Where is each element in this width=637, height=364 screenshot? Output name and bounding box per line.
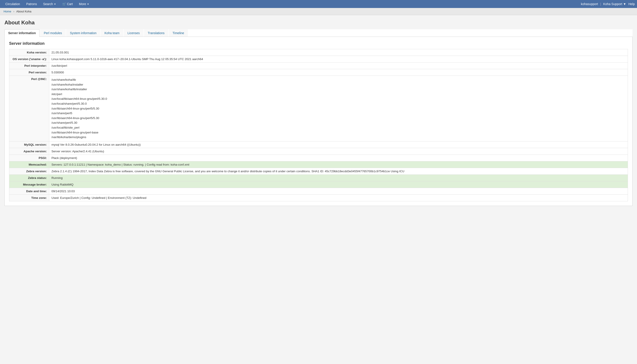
- nav-search-group[interactable]: Search ▼: [40, 0, 59, 8]
- table-row-value: 5.030000: [49, 69, 628, 76]
- cart-label: Cart: [67, 2, 73, 6]
- nav-cart[interactable]: 🛒 Cart: [59, 0, 76, 8]
- table-row-label: Perl @INC:: [9, 76, 49, 142]
- nav-patrons[interactable]: Patrons: [23, 0, 40, 8]
- table-row-label: MySQL version:: [9, 141, 49, 148]
- cart-icon: 🛒: [62, 2, 66, 6]
- nav-support-label[interactable]: Koha Support: [603, 2, 622, 6]
- nav-separator: |: [600, 2, 601, 6]
- tab-panel-server-information: Server information Koha version:21.05.03…: [5, 37, 632, 206]
- more-dropdown-arrow: ▼: [87, 3, 89, 5]
- tab-system-information[interactable]: System information: [66, 29, 100, 36]
- table-row-label: Time zone:: [9, 194, 49, 201]
- breadcrumb: Home › About Koha: [0, 8, 637, 15]
- nav-support-group[interactable]: Koha Support ▼: [603, 2, 626, 6]
- table-row-label: PSGI:: [9, 154, 49, 161]
- nav-user[interactable]: kohasupport: [581, 2, 598, 6]
- tab-server-information[interactable]: Server information: [5, 29, 40, 37]
- table-row-value: mysql Ver 8.0.26-0ubuntu0.20.04.2 for Li…: [49, 141, 628, 148]
- top-navigation: Circulation Patrons Search ▼ 🛒 Cart More…: [0, 0, 637, 8]
- table-row-label: Zebra status:: [9, 174, 49, 181]
- table-row-label: Perl interpreter:: [9, 62, 49, 69]
- nav-more-group[interactable]: More ▼: [76, 0, 92, 8]
- breadcrumb-home[interactable]: Home: [4, 10, 11, 13]
- table-row-value: Zebra 2.1.4 (C) 1994-2017, Index Data Ze…: [49, 168, 628, 174]
- nav-circulation[interactable]: Circulation: [2, 0, 23, 8]
- table-row-value: Servers: 127.0.0.1:11211 | Namespace: ko…: [49, 161, 628, 168]
- main-content: About Koha Server informationPerl module…: [0, 15, 637, 364]
- table-row-value: Linux koha.kohasupport.com 5.11.0-1016-a…: [49, 56, 628, 62]
- tab-translations[interactable]: Translations: [144, 29, 168, 36]
- nav-left: Circulation Patrons Search ▼ 🛒 Cart More…: [2, 0, 92, 8]
- table-row-label: Apache version:: [9, 148, 49, 154]
- nav-help[interactable]: Help: [628, 2, 635, 6]
- table-row-value: Used: Europe/Zurich | Config: Undefined …: [49, 194, 628, 201]
- tab-timeline[interactable]: Timeline: [169, 29, 188, 36]
- search-dropdown-arrow: ▼: [54, 3, 56, 5]
- support-dropdown-arrow: ▼: [623, 2, 626, 6]
- table-row-value: /usr/bin/perl: [49, 62, 628, 69]
- table-row-label: Zebra version:: [9, 168, 49, 174]
- tab-koha-team[interactable]: Koha team: [101, 29, 123, 36]
- server-info-table: Koha version:21.05.03.001OS version ('un…: [9, 49, 628, 201]
- table-row-label: Date and time:: [9, 188, 49, 194]
- table-row-value: /usr/share/koha/lib/usr/share/koha/insta…: [49, 76, 628, 142]
- table-row-value: 21.05.03.001: [49, 49, 628, 56]
- table-row-label: Memcached:: [9, 161, 49, 168]
- table-row-value: Running: [49, 174, 628, 181]
- nav-search-label: Search: [43, 2, 53, 6]
- tab-licenses[interactable]: Licenses: [124, 29, 144, 36]
- table-row-value: Server version: Apache/2.4.41 (Ubuntu): [49, 148, 628, 154]
- section-title: Server information: [9, 41, 628, 46]
- breadcrumb-separator: ›: [13, 10, 14, 13]
- table-row-label: Message broker:: [9, 181, 49, 188]
- breadcrumb-current: About Koha: [17, 10, 32, 13]
- nav-more-label: More: [79, 2, 86, 6]
- page-title: About Koha: [5, 20, 632, 26]
- table-row-label: Perl version:: [9, 69, 49, 76]
- table-row-value: Using RabbitMQ: [49, 181, 628, 188]
- table-row-value: 09/14/2021 10:03: [49, 188, 628, 194]
- tabs-container: Server informationPerl modulesSystem inf…: [5, 29, 632, 37]
- table-row-value: Plack (deployment): [49, 154, 628, 161]
- table-row-label: Koha version:: [9, 49, 49, 56]
- tab-perl-modules[interactable]: Perl modules: [40, 29, 66, 36]
- nav-right: kohasupport | Koha Support ▼ Help: [581, 2, 635, 6]
- table-row-label: OS version ('uname -a'):: [9, 56, 49, 62]
